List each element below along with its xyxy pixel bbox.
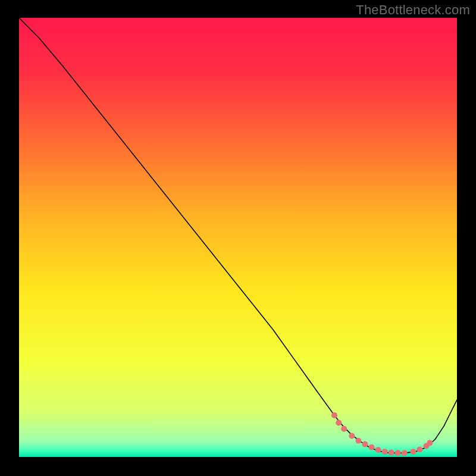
curve-marker (368, 444, 374, 450)
chart-root: TheBottleneck.com (0, 0, 476, 476)
curve-marker (341, 426, 347, 432)
curve-marker (331, 412, 337, 418)
plot-background (19, 18, 457, 457)
curve-marker (427, 440, 433, 446)
curve-marker (416, 446, 422, 452)
watermark-text: TheBottleneck.com (356, 2, 470, 18)
curve-marker (395, 450, 401, 456)
chart-svg (0, 0, 476, 476)
curve-marker (389, 450, 394, 456)
curve-marker (410, 449, 416, 455)
curve-marker (375, 447, 381, 453)
curve-marker (349, 433, 355, 439)
curve-marker (402, 450, 408, 456)
curve-marker (382, 449, 388, 455)
curve-marker (355, 438, 361, 444)
curve-marker (336, 419, 342, 425)
curve-marker (362, 441, 368, 447)
